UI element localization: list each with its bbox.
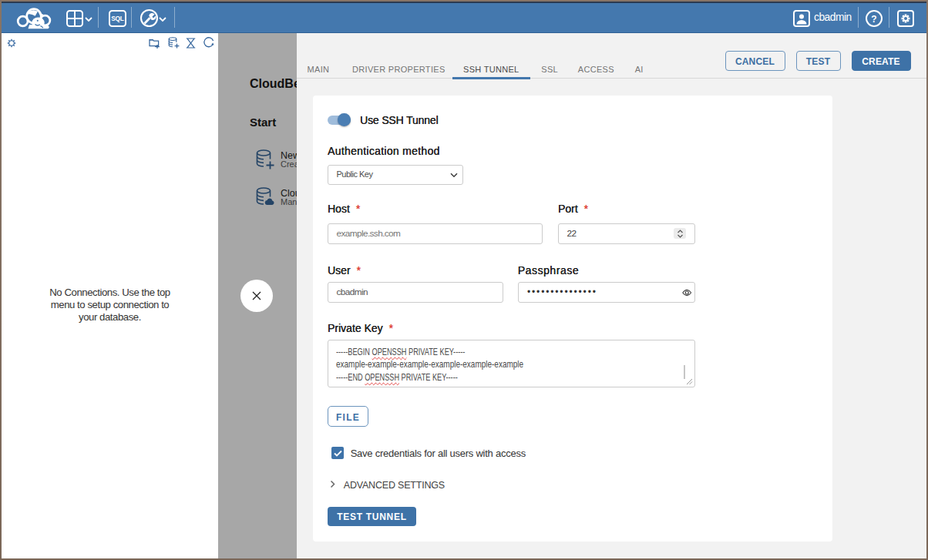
svg-text:SQL: SQL: [111, 15, 124, 22]
svg-text:?: ?: [871, 14, 876, 25]
